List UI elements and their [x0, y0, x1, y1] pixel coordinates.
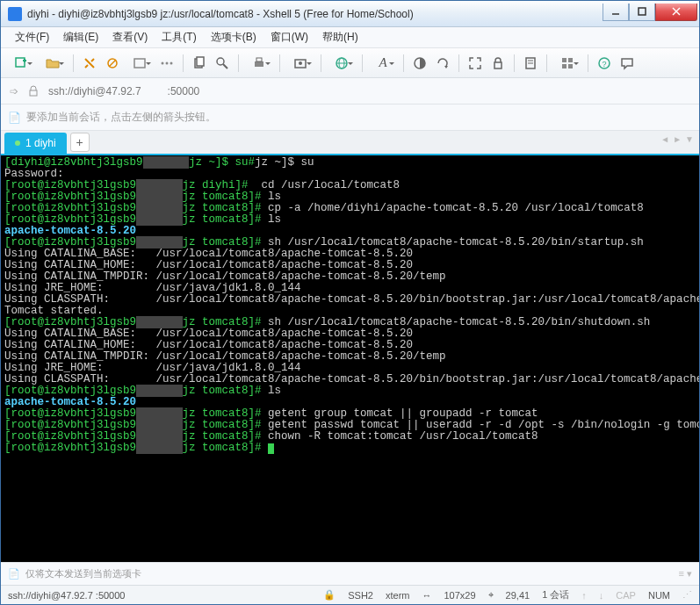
svg-rect-18: [256, 58, 262, 61]
new-tab-button[interactable]: +: [70, 133, 90, 152]
separator: [279, 54, 280, 72]
status-sessions: 1 会话: [542, 588, 569, 601]
separator: [183, 54, 184, 72]
add-session-arrow[interactable]: ➩: [6, 83, 22, 99]
status-size-icon: ↔: [422, 590, 432, 601]
separator: [321, 54, 321, 72]
log-button[interactable]: [520, 53, 541, 74]
print-button[interactable]: [244, 53, 274, 74]
svg-rect-17: [255, 61, 263, 67]
status-lock-icon: 🔒: [323, 589, 336, 601]
tile-button[interactable]: [552, 53, 582, 74]
compose-bar: 📄 仅将文本发送到当前选项卡 ≡ ▾: [1, 562, 699, 585]
svg-point-10: [166, 61, 169, 64]
status-protocol: SSH2: [348, 590, 373, 601]
separator: [238, 54, 239, 72]
open-button[interactable]: [38, 53, 68, 74]
resize-grip[interactable]: ⋰: [682, 589, 692, 601]
menubar: 文件(F) 编辑(E) 查看(V) 工具(T) 选项卡(B) 窗口(W) 帮助(…: [1, 27, 699, 48]
svg-rect-32: [568, 64, 573, 68]
svg-line-16: [223, 64, 227, 68]
disconnect-button[interactable]: [102, 53, 123, 74]
menu-tools[interactable]: 工具(T): [156, 28, 201, 47]
app-icon: [8, 7, 22, 21]
tab-next-button[interactable]: ►: [673, 134, 682, 144]
address-input[interactable]: [45, 82, 694, 101]
hint-text: 要添加当前会话，点击左侧的箭头按钮。: [26, 110, 216, 125]
separator: [362, 54, 363, 72]
maximize-button[interactable]: [629, 4, 655, 21]
properties-button[interactable]: [156, 53, 177, 74]
svg-rect-9: [134, 59, 145, 68]
svg-text:?: ?: [602, 60, 606, 68]
find-button[interactable]: [212, 53, 233, 74]
titlebar: diyhi - diyhi@iz8vbhtj3lgsb9 jz:/usr/loc…: [1, 1, 699, 27]
connect-button[interactable]: [79, 53, 100, 74]
svg-point-20: [299, 61, 302, 65]
fullscreen-button[interactable]: [465, 53, 486, 74]
window-title: diyhi - diyhi@iz8vbhtj3lgsb9 jz:/usr/loc…: [27, 8, 603, 20]
tab-prev-button[interactable]: ◄: [660, 134, 669, 144]
status-connection: ssh://diyhi@47.92.7 :50000: [8, 590, 125, 601]
svg-point-15: [217, 58, 224, 65]
copy-button[interactable]: [189, 53, 210, 74]
close-button[interactable]: [655, 4, 697, 21]
svg-rect-35: [30, 90, 37, 96]
status-cursor-icon: ⌖: [488, 589, 494, 601]
color-scheme-button[interactable]: [409, 53, 430, 74]
compose-text: 仅将文本发送到当前选项卡: [25, 567, 141, 580]
window-controls: [603, 7, 697, 21]
svg-rect-4: [16, 58, 25, 67]
svg-rect-31: [562, 64, 566, 68]
svg-rect-25: [494, 62, 502, 68]
hint-bar: 📄 要添加当前会话，点击左侧的箭头按钮。: [1, 104, 699, 131]
separator: [588, 54, 588, 72]
tab-label: 1 diyhi: [25, 137, 56, 149]
status-term: xterm: [386, 590, 410, 601]
separator: [458, 54, 459, 72]
font-button[interactable]: A: [368, 53, 398, 74]
svg-point-12: [170, 61, 173, 64]
status-cap: CAP: [616, 590, 636, 601]
minimize-button[interactable]: [603, 4, 629, 21]
menu-window[interactable]: 窗口(W): [265, 28, 314, 47]
globe-button[interactable]: [327, 53, 357, 74]
tab-list-button[interactable]: ▼: [685, 134, 694, 144]
session-tab[interactable]: 1 diyhi: [4, 133, 67, 154]
address-bar: ➩: [1, 78, 699, 104]
svg-point-11: [162, 61, 164, 64]
status-num: NUM: [648, 590, 670, 601]
svg-line-8: [109, 60, 116, 67]
tab-bar: 1 diyhi + ◄ ► ▼: [1, 131, 699, 155]
svg-rect-14: [197, 57, 204, 66]
status-down-icon: ↓: [599, 590, 604, 601]
svg-rect-1: [639, 8, 646, 15]
lock-button[interactable]: [487, 53, 509, 74]
refresh-button[interactable]: [432, 53, 453, 74]
status-size: 107x29: [444, 590, 476, 601]
reconnect-button[interactable]: [125, 53, 155, 74]
tab-nav: ◄ ► ▼: [660, 134, 694, 144]
help-button[interactable]: ?: [594, 53, 615, 74]
status-bar: ssh://diyhi@47.92.7 :50000 🔒 SSH2 xterm …: [1, 585, 699, 604]
compose-icon: 📄: [8, 568, 20, 580]
capture-button[interactable]: [285, 53, 315, 74]
menu-tabs[interactable]: 选项卡(B): [206, 28, 262, 47]
separator: [514, 54, 515, 72]
status-dot-icon: [15, 140, 20, 146]
menu-view[interactable]: 查看(V): [107, 28, 153, 47]
menu-file[interactable]: 文件(F): [10, 28, 54, 47]
separator: [403, 54, 404, 72]
menu-help[interactable]: 帮助(H): [317, 28, 364, 47]
terminal[interactable]: [diyhi@iz8vbhtj3lgsb9 jz ~]$ su#jz ~]$ s…: [1, 155, 699, 562]
new-session-button[interactable]: [6, 53, 36, 74]
toolbar: A ?: [1, 48, 699, 78]
status-up-icon: ↑: [581, 590, 587, 601]
menu-edit[interactable]: 编辑(E): [58, 28, 104, 47]
status-cursor: 29,41: [506, 590, 530, 601]
separator: [73, 54, 74, 72]
svg-rect-30: [568, 58, 573, 62]
feedback-button[interactable]: [617, 53, 638, 74]
compose-menu-button[interactable]: ≡ ▾: [679, 568, 692, 580]
lock-icon: [27, 85, 40, 97]
